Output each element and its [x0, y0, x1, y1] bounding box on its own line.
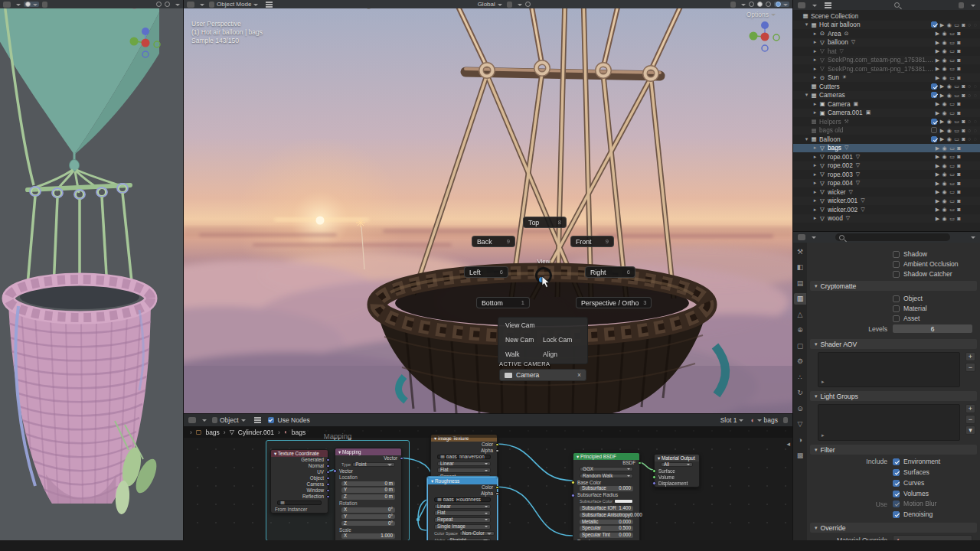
- node-header[interactable]: ▾ Mapping: [335, 448, 401, 455]
- outliner-row-bags[interactable]: ▸▽bags▽▶◉▭◙: [793, 144, 980, 153]
- input-socket-vector[interactable]: [333, 469, 337, 473]
- expander-icon[interactable]: ▸: [812, 101, 818, 107]
- editor-type-icon[interactable]: [187, 2, 194, 8]
- disable-render-toggle-icon[interactable]: ◙: [957, 66, 960, 71]
- properties-tab-world[interactable]: ⊕: [794, 324, 806, 336]
- slot-dropdown[interactable]: Slot 1: [719, 416, 746, 424]
- expander-icon[interactable]: ▸: [812, 162, 818, 168]
- node-row[interactable]: Z0°: [335, 521, 401, 527]
- material-shading-icon[interactable]: [766, 2, 771, 7]
- select-toggle-icon[interactable]: ▶: [940, 83, 944, 89]
- disable-render-toggle-icon[interactable]: ◙: [957, 207, 960, 212]
- properties-editor[interactable]: ⚒◧▤▥△⊕▢⚙∴↻⊝▽◑▩ ShadowAmbient OcclusionSh…: [792, 231, 980, 540]
- properties-tab-modifiers[interactable]: ⚙: [794, 356, 806, 367]
- wireframe-shading-icon[interactable]: [749, 2, 754, 7]
- select-toggle-icon[interactable]: ▶: [936, 40, 939, 45]
- outliner-row-wicker-002[interactable]: ▸▽wicker.002▽▶◉▭◙: [793, 205, 980, 214]
- shader-type-dropdown[interactable]: Object: [211, 416, 247, 424]
- select-toggle-icon[interactable]: ▶: [936, 181, 939, 186]
- indirect-only-toggle-icon[interactable]: ◌: [974, 119, 977, 124]
- input-socket-base-color[interactable]: [571, 481, 575, 484]
- disable-viewport-toggle-icon[interactable]: ▭: [949, 198, 955, 204]
- menu-item-view-cam[interactable]: View Cam: [505, 321, 580, 329]
- expander-icon[interactable]: ▸: [812, 207, 818, 213]
- hide-toggle-icon[interactable]: ◉: [942, 181, 947, 186]
- cryptomatte-object-checkbox[interactable]: [893, 295, 900, 302]
- select-toggle-icon[interactable]: ▶: [936, 216, 939, 221]
- motion-blur-checkbox[interactable]: [893, 500, 900, 507]
- node-row[interactable]: Subsurface Anisotropy0.000: [573, 513, 639, 519]
- node-row[interactable]: Subsurface Color: [573, 499, 639, 505]
- select-toggle-icon[interactable]: ▶: [936, 66, 939, 71]
- disable-render-toggle-icon[interactable]: ◙: [957, 48, 960, 54]
- disable-render-toggle-icon[interactable]: ◙: [957, 171, 960, 177]
- hide-toggle-icon[interactable]: ◉: [942, 207, 947, 212]
- menu-item-align[interactable]: Align: [543, 350, 580, 358]
- hide-toggle-icon[interactable]: ◉: [942, 216, 947, 221]
- outliner-row-balloon[interactable]: ▾▦Balloon▶◉▭◙○◌: [793, 135, 980, 144]
- hide-toggle-icon[interactable]: ◉: [942, 163, 947, 168]
- node-row[interactable]: Linear: [428, 504, 497, 510]
- outliner-row-rope-003[interactable]: ▸▽rope.003▽▶◉▭◙: [793, 170, 980, 179]
- outliner-row-wicker[interactable]: ▸▽wicker▽▶◉▭◙: [793, 187, 980, 197]
- node-row[interactable]: Subsurface IOR1.400: [573, 506, 639, 512]
- properties-tab-render[interactable]: ◧: [794, 262, 806, 273]
- disable-render-toggle-icon[interactable]: ◙: [962, 136, 965, 142]
- disable-viewport-toggle-icon[interactable]: ▭: [949, 57, 955, 63]
- node-header[interactable]: ▾ Material Output: [655, 455, 699, 461]
- output-socket-object[interactable]: [326, 477, 330, 481]
- output-socket-generated[interactable]: [326, 458, 330, 462]
- shader-aov-list[interactable]: ▸: [818, 352, 960, 387]
- display-mode-icon[interactable]: [825, 5, 831, 6]
- pin-icon[interactable]: [783, 417, 788, 423]
- pie-button-left[interactable]: Left6: [464, 266, 508, 278]
- output-socket-alpha[interactable]: [495, 492, 499, 496]
- select-toggle-icon[interactable]: ▶: [936, 110, 939, 116]
- node-header[interactable]: ▾ Roughness: [428, 478, 497, 484]
- output-socket-color[interactable]: [495, 443, 499, 447]
- outliner-row-hat[interactable]: ▸▽hat▽▶◉▭◙: [793, 47, 980, 56]
- disable-viewport-toggle-icon[interactable]: ▭: [949, 181, 955, 186]
- disable-viewport-toggle-icon[interactable]: ▭: [949, 145, 955, 151]
- properties-tab-constraints[interactable]: ⊝: [794, 403, 806, 414]
- hide-toggle-icon[interactable]: ◉: [942, 101, 947, 106]
- indirect-only-toggle-icon[interactable]: ◌: [974, 128, 977, 133]
- aov-remove-button[interactable]: −: [965, 363, 975, 372]
- outliner-row-rope-001[interactable]: ▸▽rope.001▽▶◉▭◙: [793, 152, 980, 161]
- navigation-gizmo[interactable]: [748, 20, 782, 54]
- node-row[interactable]: X0°: [335, 507, 401, 514]
- collection-checkbox[interactable]: [931, 136, 937, 142]
- editor-type-icon[interactable]: [798, 2, 805, 8]
- aov-add-button[interactable]: +: [965, 352, 975, 361]
- left-3d-viewport[interactable]: [0, 0, 184, 540]
- select-toggle-icon[interactable]: ▶: [940, 119, 944, 124]
- override-section-header[interactable]: ▾Override: [810, 523, 977, 533]
- pie-button-perspective-ortho[interactable]: Perspective / Ortho3: [576, 297, 652, 308]
- hide-toggle-icon[interactable]: ◉: [942, 189, 947, 194]
- disable-viewport-toggle-icon[interactable]: ▭: [949, 101, 955, 106]
- outliner-row-camera-001[interactable]: ▸▣Camera.001▣▶◉▭◙: [793, 109, 980, 118]
- node-row[interactable]: Y0 m: [335, 487, 401, 494]
- disable-render-toggle-icon[interactable]: ◙: [962, 128, 965, 133]
- disable-viewport-toggle-icon[interactable]: ▭: [954, 22, 959, 28]
- select-toggle-icon[interactable]: ▶: [936, 163, 939, 168]
- properties-tab-tool[interactable]: ⚒: [794, 246, 806, 257]
- outliner-row-sun[interactable]: ▸⊙Sun☀▶◉▭◙: [793, 73, 980, 83]
- disable-viewport-toggle-icon[interactable]: ▭: [949, 48, 955, 54]
- outliner-row-cutters[interactable]: ▦Cutters▶◉▭◙○◌: [793, 82, 980, 91]
- select-toggle-icon[interactable]: ▶: [936, 207, 939, 212]
- ambient-occlusion-checkbox[interactable]: [893, 261, 900, 268]
- input-socket-subsurface-radius[interactable]: [571, 494, 575, 497]
- active-camera-button[interactable]: Camera ×: [499, 369, 586, 381]
- disable-viewport-toggle-icon[interactable]: ▭: [954, 93, 959, 98]
- select-toggle-icon[interactable]: ▶: [936, 145, 939, 151]
- hide-toggle-icon[interactable]: ◉: [947, 136, 952, 142]
- disable-viewport-toggle-icon[interactable]: ▭: [954, 119, 959, 124]
- filter-section-header[interactable]: ▾Filter: [810, 445, 977, 455]
- holdout-toggle-icon[interactable]: ○: [968, 119, 971, 124]
- outliner-row-cameras[interactable]: ▾▦Cameras▶◉▭◙○◌: [793, 91, 980, 100]
- pie-button-top[interactable]: Top8: [523, 217, 567, 228]
- expander-icon[interactable]: ▸: [812, 154, 818, 160]
- select-toggle-icon[interactable]: ▶: [936, 189, 939, 194]
- disable-render-toggle-icon[interactable]: ◙: [962, 22, 965, 28]
